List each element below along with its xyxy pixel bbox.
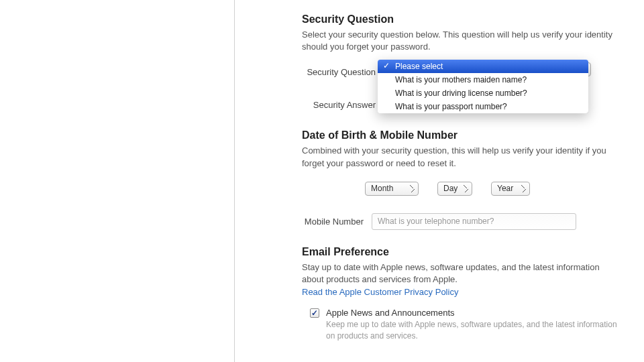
- news-checkbox[interactable]: [310, 308, 319, 318]
- month-select[interactable]: Month: [365, 182, 419, 196]
- security-question-label: Security Question: [302, 67, 376, 77]
- email-pref-section: Email Preference Stay up to date with Ap…: [302, 246, 620, 342]
- dob-section: Date of Birth & Mobile Number Combined w…: [302, 129, 620, 229]
- security-answer-label: Security Answer: [302, 100, 376, 110]
- sidebar: [0, 0, 235, 362]
- mobile-number-input[interactable]: [372, 213, 576, 230]
- security-question-dropdown: Please select What is your mothers maide…: [378, 60, 588, 113]
- privacy-policy-link[interactable]: Read the Apple Customer Privacy Policy: [302, 287, 458, 297]
- main-content: Security Question Select your security q…: [235, 0, 644, 362]
- dropdown-option-please-select[interactable]: Please select: [378, 60, 588, 73]
- security-desc: Select your security question below. Thi…: [302, 29, 620, 53]
- day-label: Day: [443, 184, 458, 193]
- dropdown-option-license[interactable]: What is your driving license number?: [378, 86, 588, 100]
- email-pref-title: Email Preference: [302, 246, 620, 258]
- dob-title: Date of Birth & Mobile Number: [302, 129, 620, 141]
- security-title: Security Question: [302, 13, 620, 25]
- year-label: Year: [497, 184, 513, 193]
- mobile-number-label: Mobile Number: [280, 217, 364, 227]
- year-select[interactable]: Year: [491, 182, 530, 196]
- dob-desc: Combined with your security question, th…: [302, 145, 620, 169]
- news-checkbox-title: Apple News and Announcements: [326, 308, 620, 318]
- day-select[interactable]: Day: [437, 182, 472, 196]
- dropdown-option-maiden-name[interactable]: What is your mothers maiden name?: [378, 73, 588, 86]
- email-pref-desc: Stay up to date with Apple news, softwar…: [302, 261, 620, 286]
- dropdown-option-passport[interactable]: What is your passport number?: [378, 100, 588, 113]
- news-checkbox-sub: Keep me up to date with Apple news, soft…: [326, 319, 620, 342]
- month-label: Month: [371, 184, 393, 193]
